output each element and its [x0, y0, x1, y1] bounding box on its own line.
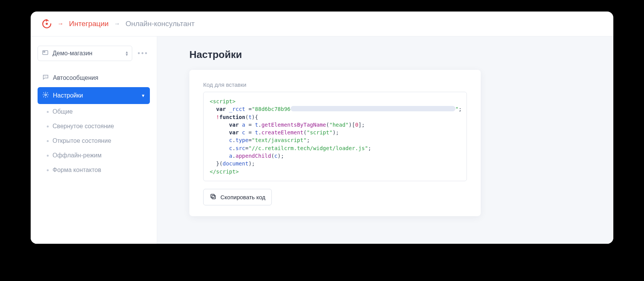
updown-caret-icon: ▴▾ — [126, 51, 128, 56]
svg-point-3 — [45, 94, 47, 96]
code-token-src: //c.retailcrm.tech/widget/loader.js — [252, 145, 365, 151]
sidebar-item-label: Автосообщения — [53, 74, 98, 81]
sidebar-nav: Автосообщения Настройки ▼ Общие — [38, 69, 150, 177]
chat-icon — [42, 74, 49, 82]
breadcrumb-bar: → Интеграции → Онлайн-консультант — [31, 12, 613, 36]
store-selector-row: Демо-магазин ▴▾ ••• — [38, 46, 150, 61]
code-token-script: script — [310, 129, 329, 136]
svg-point-0 — [46, 23, 48, 25]
svg-rect-4 — [212, 195, 215, 199]
sidebar-subitem-label: Общие — [53, 108, 73, 115]
sidebar-subitem-label: Свернутое состояние — [53, 123, 114, 130]
sidebar-subitem-label: Форма контактов — [53, 167, 101, 174]
sidebar-subitem-contacts-form[interactable]: Форма контактов — [38, 163, 150, 177]
embed-code-card: Код для вставки <script> var _rcct ="88d… — [189, 70, 481, 216]
breadcrumb-current: Онлайн-консультант — [125, 20, 194, 28]
more-options-button[interactable]: ••• — [136, 50, 150, 58]
chevron-down-icon: ▼ — [141, 93, 145, 98]
content-body: Демо-магазин ▴▾ ••• Автосообщения — [31, 36, 613, 244]
breadcrumb-link-integrations[interactable]: Интеграции — [69, 20, 108, 28]
sidebar-subitem-label: Оффлайн-режим — [53, 152, 102, 159]
code-token-index: 0 — [355, 122, 358, 128]
copy-code-button[interactable]: Скопировать код — [203, 189, 272, 205]
code-token-head: head — [332, 122, 345, 128]
svg-rect-5 — [211, 194, 214, 198]
app-logo-icon — [41, 18, 52, 29]
svg-rect-2 — [44, 51, 45, 52]
store-selector[interactable]: Демо-магазин ▴▾ — [38, 46, 132, 61]
code-token-type: text/javascript — [255, 137, 303, 143]
sidebar-subitem-collapsed[interactable]: Свернутое состояние — [38, 119, 150, 133]
app-window: → Интеграции → Онлайн-консультант Демо-м… — [31, 12, 613, 244]
main-content: Настройки Код для вставки <script> var _… — [157, 36, 613, 244]
copy-icon — [210, 193, 217, 201]
store-icon — [42, 49, 49, 58]
embed-code-box[interactable]: <script> var _rcct ="88d6bc78b96"; !func… — [203, 92, 467, 181]
sidebar-item-automessages[interactable]: Автосообщения — [38, 69, 150, 86]
sidebar-item-settings[interactable]: Настройки ▼ — [38, 87, 150, 104]
copy-code-button-label: Скопировать код — [220, 194, 265, 200]
sidebar-subitem-general[interactable]: Общие — [38, 105, 150, 119]
sidebar-subitem-offline[interactable]: Оффлайн-режим — [38, 149, 150, 162]
redacted-token — [291, 106, 455, 111]
sidebar: Демо-магазин ▴▾ ••• Автосообщения — [31, 36, 157, 244]
sidebar-subitem-open[interactable]: Открытое состояние — [38, 134, 150, 148]
embed-code-label: Код для вставки — [203, 81, 467, 88]
sidebar-subitem-label: Открытое состояние — [53, 137, 111, 144]
sidebar-item-label: Настройки — [53, 92, 83, 99]
code-token-rcct: 88d6bc78b96 — [255, 106, 291, 112]
page-title: Настройки — [189, 49, 598, 61]
store-selector-label: Демо-магазин — [53, 50, 92, 57]
gear-icon — [42, 91, 49, 100]
breadcrumb-arrow-icon: → — [114, 21, 120, 27]
breadcrumb-arrow-icon: → — [58, 21, 64, 27]
